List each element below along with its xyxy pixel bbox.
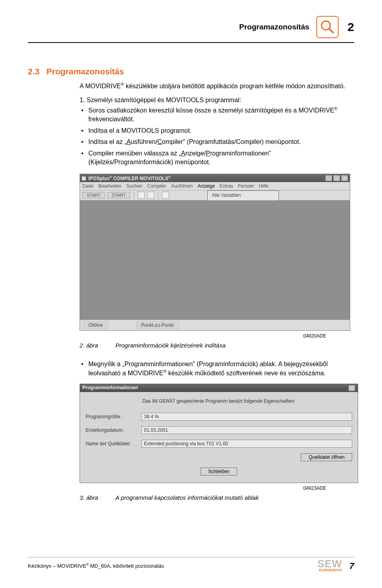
field-label: Programmgröße : [86, 414, 141, 419]
section-heading: 2.3 Programazonosítás [28, 67, 354, 76]
menu-datei[interactable]: Datei [82, 183, 94, 189]
page-footer: Kézikönyv – MOVIDRIVE® MD_60A, kibővítet… [28, 557, 354, 572]
start-button[interactable]: START [82, 192, 105, 198]
menu-bearbeiten[interactable]: Bearbeiten [98, 183, 121, 189]
app-icon: ▦ [82, 175, 86, 181]
menu-extras[interactable]: Extras [220, 183, 233, 189]
compiler-window: ▦ IPOSplus® COMPILER MOVITOOLS® _ □ × Da… [80, 174, 350, 331]
menu-fenster[interactable]: Fenster [238, 183, 254, 189]
statusbar: ONline Punkt-zu-Punkt [80, 320, 350, 330]
intro-text: A MOVIDRIVE® készülékbe utoljára betöltö… [80, 82, 354, 91]
close-icon[interactable]: × [348, 385, 355, 391]
field-label: Name der Quelldatei: [86, 441, 141, 446]
menu-anzeige[interactable]: Anzeige [197, 183, 214, 189]
step-1-bullets: Soros csatlakozókon keresztül kösse össz… [80, 106, 354, 167]
tool-icon[interactable] [162, 192, 169, 199]
source-file-field: Extended positioning via bus T01 V1.00 [141, 440, 352, 448]
page-number: 7 [349, 561, 354, 571]
menubar[interactable]: Datei Bearbeiten Suchen Compiler Ausführ… [80, 182, 350, 190]
window-title: Programminformationen [82, 385, 138, 391]
program-size-field: 38.4 % [141, 413, 352, 421]
list-item: Indítsa el a MOVITOOLS programot. [88, 126, 354, 135]
field-label: Erstellungsdatum: [86, 427, 141, 433]
editor-area [80, 200, 350, 320]
open-source-button[interactable]: Quelldatei öffnen [301, 453, 352, 461]
footer-text: Kézikönyv – MOVIDRIVE® MD_60A, kibővítet… [28, 563, 164, 569]
window-titlebar: ▦ IPOSplus® COMPILER MOVITOOLS® _ □ × [80, 174, 350, 182]
info-description: Das IM GERÄT gespeicherte Programm besit… [86, 398, 352, 404]
header-rule [28, 42, 354, 43]
window-titlebar: Programminformationen × [80, 384, 358, 392]
open-file-icon[interactable] [147, 192, 154, 199]
figure-2-caption: 2. ábra Programinformációk kijelzésének … [80, 342, 354, 349]
dropdown-item[interactable]: Alle Variablen [208, 191, 279, 200]
chapter-number: 2 [347, 20, 354, 34]
status-online: ONline [83, 322, 108, 329]
window-title: IPOSplus® COMPILER MOVITOOLS® [88, 175, 171, 181]
figure-3-caption: 3. ábra A programmal kapcsolatos informá… [80, 494, 354, 501]
status-mode: Punkt-zu-Punkt [136, 322, 179, 329]
menu-compiler[interactable]: Compiler [147, 183, 166, 189]
sew-logo: SEW EURODRIVE [318, 560, 342, 572]
maximize-icon[interactable]: □ [333, 175, 340, 181]
page-header: Programazonosítás 2 [28, 16, 354, 38]
magnifier-icon [316, 16, 339, 38]
start-button-2[interactable]: START [107, 192, 130, 198]
figure-code: 04920ADE [28, 333, 326, 339]
list-item: Indítsa el az „Ausführen/Compiler" (Prog… [88, 138, 354, 146]
list-item: Compiler menüben válassza az „Anzeige/Pr… [88, 149, 354, 167]
header-title: Programazonosítás [239, 23, 309, 31]
new-file-icon[interactable] [138, 192, 145, 199]
list-item: Soros csatlakozókon keresztül kösse össz… [88, 106, 354, 124]
close-button[interactable]: Schließen [201, 468, 237, 475]
svg-line-1 [329, 29, 333, 33]
step-1: 1. Személyi számítógéppel és MOVITOOLS p… [80, 97, 354, 104]
menu-hilfe[interactable]: Hilfe [259, 183, 269, 189]
list-item: Megnyílik a „Programminformationen" (Pro… [88, 360, 354, 378]
minimize-icon[interactable]: _ [325, 175, 332, 181]
menu-ausfuehren[interactable]: Ausführen [171, 183, 193, 189]
figure-code: 04923ADE [28, 485, 326, 491]
toolbar: START START Alle Variablen Ausgewählte V… [80, 190, 350, 200]
program-info-window: Programminformationen × Das IM GERÄT ges… [80, 384, 358, 483]
menu-suchen[interactable]: Suchen [126, 183, 142, 189]
close-icon[interactable]: × [341, 175, 348, 181]
creation-date-field: 01.03.2001 [141, 426, 352, 434]
